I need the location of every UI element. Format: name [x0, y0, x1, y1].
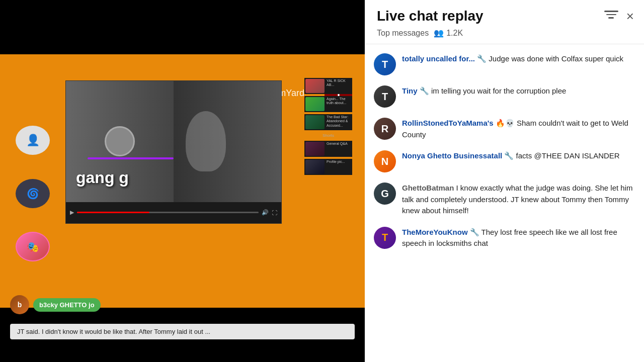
- message-username: TheMoreYouKnow 🔧: [402, 228, 479, 236]
- message-content: RollinStonedToYaMama's 🔥💀 Sham couldn't …: [402, 118, 634, 140]
- message-content: Tiny 🔧 im telling you wait for the corru…: [402, 85, 634, 97]
- thumb-item-4[interactable]: General Q&A: [304, 141, 352, 157]
- chat-message: TTheMoreYouKnow 🔧 They lost free speech …: [365, 222, 644, 254]
- message-avatar: G: [374, 183, 396, 205]
- message-avatar: T: [374, 85, 396, 108]
- message-content: GhettoBatman I know exactly what the jud…: [402, 183, 634, 217]
- avatar-circle-3: 🎭: [16, 232, 50, 261]
- thumb-item-3[interactable]: The Bad Star: Abandoned & Accused...: [304, 114, 352, 130]
- message-username: Nonya Ghetto Businessatall 🔧: [402, 151, 514, 160]
- progress-fill: [77, 212, 149, 213]
- message-text: im telling you wait for the corruption p…: [429, 86, 567, 95]
- message-content: TheMoreYouKnow 🔧 They lost free speech l…: [402, 227, 634, 249]
- video-area: StreamYard HURTS 1 👤 🌀 🎭: [0, 0, 365, 362]
- username-bar: b b3cky GHETTO jo: [10, 295, 101, 314]
- chat-subtitle: Top messages 👥 1.2K: [377, 28, 634, 38]
- chat-message: GGhettoBatman I know exactly what the ju…: [365, 177, 644, 222]
- message-username: totally uncalled for... 🔧: [402, 54, 487, 63]
- message-content: totally uncalled for... 🔧 Judge was done…: [402, 53, 634, 65]
- thumb-image-3: [305, 115, 325, 129]
- video-inner: gang g: [66, 81, 281, 202]
- avatar-circle-2: 🌀: [16, 179, 50, 208]
- progress-bar[interactable]: [77, 212, 259, 213]
- chat-title: Live chat replay: [377, 8, 484, 24]
- message-text: Judge was done with Colfax super quick: [487, 54, 623, 63]
- play-button[interactable]: ▶: [70, 209, 74, 216]
- thumb-image-5: [305, 160, 325, 174]
- message-username: GhettoBatman: [402, 184, 454, 192]
- avatar-circle-1: 👤: [16, 126, 50, 155]
- thumb-text-1: YAL R SICK AB...: [327, 79, 351, 93]
- chat-title-row: Live chat replay ×: [377, 8, 634, 24]
- subtitle-bar: JT said. I didn't know it would be like …: [10, 324, 355, 339]
- sidebar-thumbnails: YAL R SICK AB... Again... The truth abou…: [304, 78, 352, 175]
- top-messages-label: Top messages: [377, 29, 429, 38]
- thumb-image-2: [305, 97, 325, 111]
- viewer-count: 👥 1.2K: [434, 28, 463, 38]
- chat-messages-list[interactable]: Ttotally uncalled for... 🔧 Judge was don…: [365, 44, 644, 362]
- filter-line-2: [606, 14, 616, 16]
- user-avatar: b: [10, 295, 29, 314]
- chat-message: TTiny 🔧 im telling you wait for the corr…: [365, 80, 644, 113]
- message-avatar: T: [374, 227, 396, 249]
- chat-message: Ttotally uncalled for... 🔧 Judge was don…: [365, 48, 644, 80]
- filter-line-1: [604, 11, 618, 12]
- video-controls[interactable]: ▶ 🔊 ⛶: [66, 202, 281, 223]
- gang-text: gang g: [76, 168, 129, 187]
- message-content: Nonya Ghetto Businessatall 🔧 facts @THEE…: [402, 150, 634, 162]
- message-text: facts @THEE DAN ISLANDER: [514, 151, 619, 160]
- thumb-item-5[interactable]: Profile pic...: [304, 159, 352, 175]
- chat-panel: Live chat replay × Top messages 👥 1.2K T…: [365, 0, 644, 362]
- message-avatar: N: [374, 150, 396, 172]
- thumb-text-4: General Q&A: [327, 142, 351, 156]
- message-avatar: T: [374, 53, 396, 75]
- video-content: gang g: [66, 81, 281, 202]
- filter-button[interactable]: [604, 11, 618, 22]
- volume-button[interactable]: 🔊: [262, 209, 269, 216]
- people-icon: 👥: [434, 28, 444, 38]
- username-badge: b3cky GHETTO jo: [33, 298, 101, 312]
- thumb-image-1: [305, 79, 325, 93]
- thumb-item-1[interactable]: YAL R SICK AB...: [304, 78, 352, 94]
- chat-message: RRollinStonedToYaMama's 🔥💀 Sham couldn't…: [365, 113, 644, 145]
- chat-header: Live chat replay × Top messages 👥 1.2K: [365, 0, 644, 44]
- shorts-label: Shorts: [304, 132, 352, 139]
- thumb-text-5: Profile pic...: [327, 160, 351, 174]
- close-button[interactable]: ×: [626, 10, 634, 23]
- thumb-text-3: The Bad Star: Abandoned & Accused...: [327, 115, 351, 129]
- thumb-image-4: [305, 142, 325, 156]
- message-username: Tiny 🔧: [402, 86, 429, 95]
- header-icons: ×: [604, 10, 634, 23]
- chat-message: NNonya Ghetto Businessatall 🔧 facts @THE…: [365, 145, 644, 177]
- message-username: RollinStonedToYaMama's 🔥💀: [402, 119, 515, 127]
- video-player[interactable]: gang g ▶ 🔊 ⛶: [65, 80, 282, 224]
- message-avatar: R: [374, 118, 396, 140]
- thumb-text-2: Again... The truth about...: [327, 97, 351, 111]
- filter-line-3: [608, 17, 614, 19]
- thumb-item-2[interactable]: Again... The truth about...: [304, 96, 352, 112]
- left-panel: 👤 🌀 🎭: [8, 126, 58, 261]
- viewer-count-value: 1.2K: [446, 29, 463, 38]
- fullscreen-button[interactable]: ⛶: [272, 210, 277, 216]
